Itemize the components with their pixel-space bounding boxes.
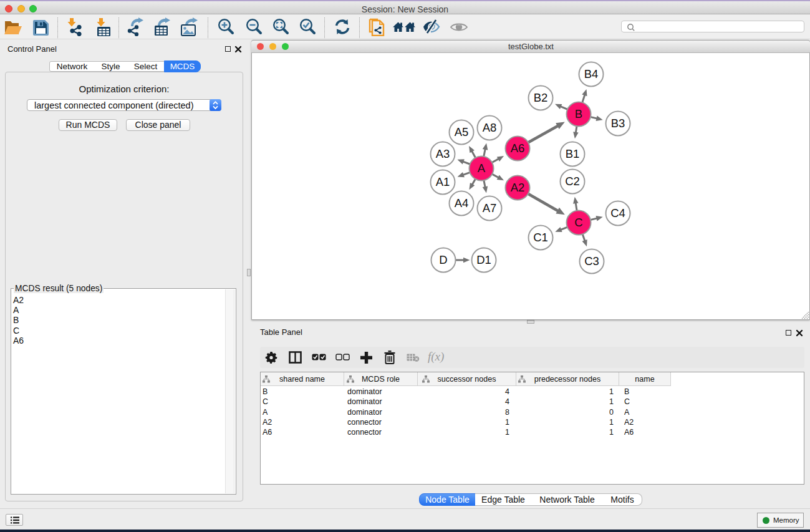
svg-text:A: A [478, 162, 486, 175]
svg-text:A2: A2 [511, 181, 525, 194]
svg-text:A8: A8 [483, 121, 497, 134]
svg-text:A1: A1 [436, 175, 450, 188]
svg-text:A7: A7 [483, 201, 497, 215]
svg-text:A5: A5 [455, 125, 469, 138]
svg-text:B4: B4 [584, 67, 599, 80]
svg-text:A3: A3 [436, 147, 450, 160]
svg-text:B3: B3 [611, 117, 625, 130]
svg-text:C4: C4 [610, 206, 625, 220]
svg-text:C2: C2 [565, 175, 580, 188]
svg-text:C3: C3 [584, 254, 599, 268]
svg-text:C: C [574, 216, 582, 229]
svg-text:B: B [575, 107, 582, 120]
svg-text:B2: B2 [534, 91, 548, 104]
svg-text:B1: B1 [566, 147, 580, 160]
svg-text:D1: D1 [476, 253, 491, 266]
svg-text:A4: A4 [455, 196, 469, 210]
svg-text:D: D [439, 253, 447, 266]
svg-text:C1: C1 [533, 231, 548, 244]
svg-text:A6: A6 [511, 142, 525, 155]
